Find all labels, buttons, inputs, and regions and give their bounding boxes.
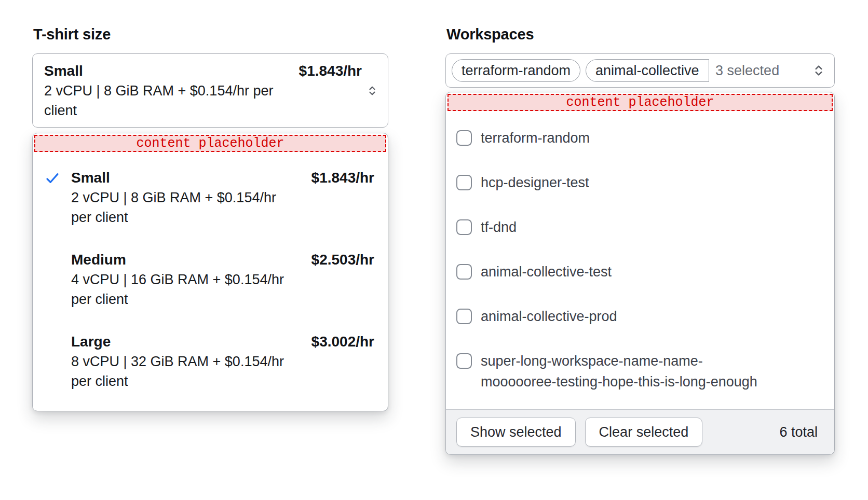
checkmark-placeholder [44,332,71,334]
checkbox-unchecked-icon[interactable] [456,264,472,280]
option-title: Small [71,168,110,188]
workspace-option-hcp-designer-test[interactable]: hcp-designer-test [446,160,834,205]
workspace-option-label: animal-collective-prod [481,306,617,327]
checkbox-unchecked-icon[interactable] [456,219,472,235]
tshirt-size-label: T-shirt size [33,26,388,43]
option-title: Large [71,332,111,352]
checkmark-placeholder [44,250,71,252]
workspace-option-label: animal-collective-test [481,261,612,282]
tag-animal-collective: animal-collective [586,59,709,82]
tshirt-size-field: T-shirt size Small $1.843/hr 2 vCPU | 8 … [32,26,388,411]
workspace-option-tf-dnd[interactable]: tf-dnd [446,205,834,249]
option-large[interactable]: Large $3.002/hr 8 vCPU | 32 GiB RAM + $0… [33,321,388,402]
size-option-list: Small $1.843/hr 2 vCPU | 8 GiB RAM + $0.… [33,154,388,411]
workspace-option-label: terraform-random [481,128,590,148]
chevron-up-down-icon [366,85,378,97]
workspace-option-terraform-random[interactable]: terraform-random [446,116,834,160]
checkbox-unchecked-icon[interactable] [456,309,472,324]
checkbox-unchecked-icon[interactable] [456,353,472,369]
tshirt-size-select-trigger[interactable]: Small $1.843/hr 2 vCPU | 8 GiB RAM + $0.… [32,53,388,128]
chevron-up-down-icon [811,63,826,78]
option-price: $2.503/hr [311,250,374,270]
workspace-option-label: hcp-designer-test [481,172,589,193]
workspaces-select-trigger[interactable]: terraform-random animal-collective 3 sel… [445,53,835,88]
content-placeholder-banner: content placeholder [447,94,833,111]
workspaces-field: Workspaces terraform-random animal-colle… [445,26,835,455]
selected-size-title: Small [44,61,83,81]
option-title: Medium [71,250,126,270]
checkmark-icon [44,168,71,186]
option-description: 4 vCPU | 16 GiB RAM + $0.154/hr per clie… [71,270,300,309]
option-small[interactable]: Small $1.843/hr 2 vCPU | 8 GiB RAM + $0.… [33,157,388,239]
option-description: 8 vCPU | 32 GiB RAM + $0.154/hr per clie… [71,352,300,391]
workspace-option-animal-collective-test[interactable]: animal-collective-test [446,249,834,294]
option-price: $3.002/hr [311,332,374,352]
option-description: 2 vCPU | 8 GiB RAM + $0.154/hr per clien… [71,188,300,227]
workspaces-label: Workspaces [446,26,835,43]
content-placeholder-banner: content placeholder [34,135,386,152]
workspaces-dropdown: content placeholder terraform-random hcp… [445,92,835,455]
workspace-option-label: super-long-workspace-name-name-moooooree… [481,351,772,392]
clear-selected-button[interactable]: Clear selected [585,418,703,447]
workspace-option-super-long-workspace[interactable]: super-long-workspace-name-name-moooooree… [446,339,834,404]
checkbox-unchecked-icon[interactable] [456,175,472,190]
selected-size-price: $1.843/hr [299,61,362,81]
tshirt-size-dropdown: content placeholder Small $1.843/hr 2 vC… [32,133,388,411]
selected-workspace-tags: terraform-random animal-collective [452,59,709,82]
option-price: $1.843/hr [311,168,374,188]
tag-terraform-random: terraform-random [452,59,580,82]
total-count-label: 6 total [779,424,824,440]
workspace-option-list: terraform-random hcp-designer-test tf-dn… [446,113,834,409]
workspace-option-label: tf-dnd [481,217,517,238]
option-medium[interactable]: Medium $2.503/hr 4 vCPU | 16 GiB RAM + $… [33,239,388,321]
selected-count-label: 3 selected [715,63,779,79]
workspace-option-animal-collective-prod[interactable]: animal-collective-prod [446,294,834,339]
show-selected-button[interactable]: Show selected [456,418,576,447]
selected-size-summary: Small $1.843/hr 2 vCPU | 8 GiB RAM + $0.… [44,61,362,120]
checkbox-unchecked-icon[interactable] [456,130,472,146]
selected-size-description: 2 vCPU | 8 GiB RAM + $0.154/hr per clien… [44,81,304,120]
workspaces-dropdown-footer: Show selected Clear selected 6 total [446,409,834,454]
